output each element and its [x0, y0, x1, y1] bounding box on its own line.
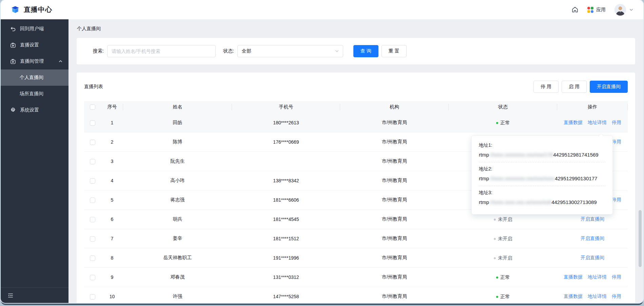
sidebar-item-system-settings[interactable]: 系统设置	[1, 102, 69, 118]
action-open-room[interactable]: 开启直播间	[581, 255, 604, 261]
select-all-cell	[84, 101, 101, 113]
cell-org: 市/州教育局	[340, 178, 449, 184]
row-checkbox[interactable]	[90, 294, 95, 300]
select-all-checkbox[interactable]	[90, 104, 95, 110]
reset-button[interactable]: 重 置	[382, 45, 407, 57]
status-select[interactable]: 全部	[237, 45, 343, 57]
avatar[interactable]	[614, 4, 626, 16]
cell-phone: 180****2613	[232, 120, 340, 125]
cell-status: 未开启	[449, 255, 557, 261]
status-dot-icon	[496, 122, 498, 124]
action-disable[interactable]: 停用	[612, 293, 621, 300]
row-checkbox-cell	[84, 293, 101, 299]
cell-index: 8	[101, 255, 123, 261]
column-header-org: 机构	[340, 101, 449, 113]
action-disable[interactable]: 停用	[612, 197, 621, 203]
row-checkbox-cell	[84, 178, 101, 183]
address-label: 地址2:	[479, 166, 605, 172]
sidebar-item-label: 系统设置	[20, 107, 39, 113]
row-checkbox[interactable]	[90, 120, 95, 126]
undo-icon	[10, 26, 16, 32]
query-button[interactable]: 查 询	[353, 45, 378, 57]
cell-phone: 147****5258	[232, 294, 340, 299]
cell-actions: 开启直播间	[557, 236, 628, 242]
page-title: 个人直播间	[69, 19, 643, 38]
row-checkbox[interactable]	[90, 275, 95, 280]
status-select-value: 全部	[242, 48, 251, 54]
row-checkbox-cell	[84, 216, 101, 222]
cell-actions: 直播数据地址详情停用	[557, 120, 628, 126]
row-checkbox[interactable]	[90, 217, 95, 222]
cell-status: 正常	[449, 293, 557, 300]
status-label: 状态:	[223, 48, 234, 54]
cell-index: 4	[101, 178, 123, 183]
action-live-data[interactable]: 直播数据	[564, 274, 583, 280]
chevron-down-icon	[629, 8, 633, 11]
sidebar-item-live-settings[interactable]: 直播设置	[1, 37, 69, 53]
vertical-scrollbar-thumb[interactable]	[639, 210, 642, 267]
sidebar-item-label: 直播设置	[20, 42, 39, 48]
cell-org: 市/州教育局	[340, 216, 449, 222]
column-header-name: 姓名	[123, 101, 232, 113]
cell-org: 市/州教育局	[340, 274, 449, 280]
disable-button[interactable]: 停 用	[533, 81, 559, 93]
action-disable[interactable]: 停用	[612, 120, 621, 126]
action-disable[interactable]: 停用	[612, 274, 621, 280]
sidebar-item-label: 直播间管理	[20, 58, 55, 64]
logo-box-icon	[11, 5, 20, 14]
sidebar-collapse-button[interactable]	[1, 287, 69, 303]
live-tv-icon	[10, 42, 16, 48]
action-open-room[interactable]: 开启直播间	[581, 216, 604, 222]
cell-actions: 直播数据地址详情停用	[557, 293, 628, 300]
row-checkbox[interactable]	[90, 159, 95, 164]
row-checkbox-cell	[84, 158, 101, 164]
sidebar-item-label: 回到用户端	[20, 26, 44, 32]
cell-status: 正常	[449, 120, 557, 126]
cell-phone: 181****6606	[232, 197, 340, 203]
status-badge: 正常	[496, 294, 510, 300]
cell-index: 3	[101, 159, 123, 164]
search-input[interactable]	[107, 45, 216, 57]
address-url: rtmp://xxxx.xxxxxxxx.xxx/xxx/17844295129…	[479, 152, 605, 158]
action-live-data[interactable]: 直播数据	[564, 293, 583, 300]
sidebar-item-venue-room[interactable]: 场所直播间	[1, 86, 69, 102]
enable-button[interactable]: 启 用	[562, 81, 587, 93]
address-item-1: 地址1: rtmp://xxxx.xxxxxxxx.xxx/xxx/178442…	[479, 139, 605, 162]
user-menu[interactable]	[614, 4, 633, 16]
app-title: 直播中心	[24, 5, 52, 14]
cell-name: 胡兵	[123, 216, 232, 222]
sidebar-item-back-to-client[interactable]: 回到用户端	[1, 21, 69, 37]
row-checkbox[interactable]	[90, 256, 95, 261]
row-checkbox[interactable]	[90, 236, 95, 242]
row-checkbox[interactable]	[90, 178, 95, 184]
cell-phone: 191****1996	[232, 255, 340, 261]
action-live-data[interactable]: 直播数据	[564, 120, 583, 126]
action-address-detail[interactable]: 地址详情	[588, 120, 607, 126]
table-row: 9 邓春茂 131****0312 市/州教育局 正常 直播数据地址详情停用	[84, 268, 628, 287]
status-badge: 正常	[496, 120, 510, 126]
cell-phone: 176****0669	[232, 139, 340, 145]
sidebar-item-personal-room[interactable]: 个人直播间	[1, 69, 69, 86]
cell-index: 9	[101, 274, 123, 280]
home-button[interactable]	[571, 6, 579, 13]
sidebar-item-room-management[interactable]: 直播间管理	[1, 53, 69, 69]
row-checkbox[interactable]	[90, 140, 95, 145]
chevron-down-icon	[335, 50, 339, 53]
cell-index: 10	[101, 294, 123, 299]
app-window: 直播中心 应用	[1, 0, 643, 303]
cell-index: 5	[101, 197, 123, 203]
apps-button[interactable]: 应用	[587, 7, 606, 13]
cell-index: 7	[101, 236, 123, 241]
action-disable[interactable]: 停用	[612, 139, 621, 145]
cell-org: 市/州教育局	[340, 293, 449, 300]
home-icon	[571, 6, 579, 13]
action-address-detail[interactable]: 地址详情	[588, 293, 607, 300]
cell-status: 未开启	[449, 236, 557, 242]
status-label: 正常	[501, 274, 510, 281]
address-item-3: 地址3: rtmp://xxxx.xxxx.xxx.xx/xxxx/xx8442…	[479, 186, 605, 209]
action-address-detail[interactable]: 地址详情	[588, 274, 607, 280]
open-live-room-button[interactable]: 开启直播间	[590, 81, 628, 93]
action-open-room[interactable]: 开启直播间	[581, 236, 604, 242]
search-label: 搜索:	[93, 48, 104, 54]
row-checkbox[interactable]	[90, 198, 95, 203]
